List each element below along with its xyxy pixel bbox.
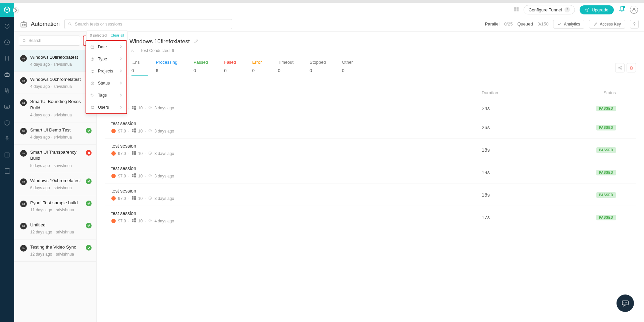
chat-button[interactable] [616, 294, 634, 312]
global-search-input[interactable]: Search tests or sessions [64, 19, 232, 29]
upgrade-label: Upgrade [592, 7, 608, 12]
status-icon [90, 81, 95, 86]
filter-clear-all[interactable]: Clear all [111, 33, 124, 37]
tags-icon [90, 93, 95, 98]
nav-item-10[interactable] [4, 168, 10, 174]
build-item[interactable]: Se Windows 10chromelatest 6 days ago·sri… [14, 173, 96, 195]
build-search-input[interactable]: Search [19, 36, 80, 46]
filter-item-label: Tags [98, 93, 107, 98]
nav-item-8[interactable] [4, 136, 10, 142]
apps-grid-icon[interactable] [514, 6, 519, 13]
upgrade-button[interactable]: Upgrade [580, 5, 614, 14]
edit-title-button[interactable] [194, 39, 199, 45]
expand-nav-button[interactable] [13, 7, 19, 13]
build-item[interactable]: Se Untitled 12 days ago·srivishnua [14, 217, 96, 239]
session-status-badge: PASSED [562, 169, 629, 175]
build-item[interactable]: Se Testing the Video Sync 12 days ago·sr… [14, 239, 96, 262]
nav-automation[interactable] [4, 71, 10, 78]
clock-icon [148, 106, 152, 110]
session-row[interactable]: test session 97.0· 10· 4 days ago 17s PA… [105, 206, 636, 228]
windows-icon [132, 196, 136, 201]
build-item[interactable]: Se PyunitTest sample build 11 days ago·s… [14, 195, 96, 217]
stat-stopped[interactable]: Stopped0 [310, 60, 326, 73]
filter-item-status[interactable]: Status [86, 77, 126, 89]
nav-dashboard[interactable] [4, 23, 10, 30]
nav-realtime[interactable] [4, 39, 10, 46]
svg-rect-51 [134, 153, 136, 155]
tunnel-help-icon[interactable]: ? [565, 7, 570, 12]
logo-icon [3, 6, 11, 13]
chevron-right-icon [13, 7, 18, 14]
build-item[interactable]: Se Windows 10chromelatest 4 days ago·sri… [14, 72, 96, 94]
filter-item-date[interactable]: Date [86, 41, 126, 53]
stat-ns[interactable]: ...ns0 [131, 60, 140, 73]
nav-item-5[interactable] [4, 87, 10, 94]
logo[interactable] [0, 3, 14, 17]
svg-rect-66 [134, 221, 136, 223]
stat-error[interactable]: Error0 [252, 60, 262, 73]
session-duration: 18s [482, 147, 562, 153]
stat-value: 0 [278, 68, 293, 73]
session-row[interactable]: test session 97.0· 10· 3 days ago 18s PA… [105, 138, 636, 161]
notifications-button[interactable] [619, 6, 625, 14]
session-duration: 17s [482, 214, 562, 220]
session-duration: 18s [482, 192, 562, 198]
filter-item-label: Status [98, 81, 110, 86]
analytics-label: Analytics [564, 22, 580, 26]
svg-rect-55 [132, 176, 133, 177]
build-item[interactable]: Se SmartUi Bounding Boxes Build 4 days a… [14, 94, 96, 122]
delete-button[interactable] [627, 63, 636, 72]
analytics-button[interactable]: Analytics [553, 20, 584, 29]
session-table-header: Duration Status [105, 86, 636, 100]
stat-failed[interactable]: Failed0 [224, 60, 236, 73]
stat-passed[interactable]: Passed0 [194, 60, 208, 73]
session-row[interactable]: 97.0· 10· 3 days ago 24s PASSED [105, 100, 636, 116]
svg-point-36 [621, 66, 622, 67]
session-name: test session [111, 211, 482, 216]
windows-icon [132, 218, 136, 223]
share-button[interactable] [615, 63, 625, 72]
build-item-title: PyunitTest sample build [30, 200, 83, 206]
filter-selected-count: 0 selected [90, 33, 107, 37]
nav-item-6[interactable] [4, 103, 10, 110]
svg-rect-61 [134, 198, 136, 200]
build-item-meta: 4 days ago·srivishnua [30, 113, 83, 117]
nav-item-7[interactable] [4, 119, 10, 126]
svg-text:Se: Se [22, 203, 25, 206]
stat-timeout[interactable]: Timeout0 [278, 60, 293, 73]
build-item-meta: 6 days ago·srivishnua [30, 185, 83, 190]
build-item[interactable]: Se Smart Ui Demo Test 4 days ago·srivish… [14, 122, 96, 145]
build-item[interactable]: Se Smart Ui Transparency Build 5 days ag… [14, 145, 96, 173]
svg-point-5 [633, 8, 635, 10]
stat-processing[interactable]: Processing6 [156, 60, 177, 73]
session-duration: 24s [482, 105, 562, 111]
stat-other[interactable]: Other0 [342, 60, 353, 73]
build-item-meta: 4 days ago·srivishnua [30, 62, 83, 67]
nav-item-9[interactable] [4, 152, 10, 158]
stat-label: ...ns [131, 60, 140, 65]
profile-button[interactable] [630, 6, 638, 14]
svg-rect-44 [134, 128, 136, 130]
session-row[interactable]: test session 97.0· 10· 3 days ago 18s PA… [105, 183, 636, 206]
key-icon [593, 22, 597, 26]
build-item[interactable]: Se Windows 10firefoxlatest 4 days ago·sr… [14, 50, 96, 72]
access-key-button[interactable]: Access Key [589, 20, 625, 29]
stat-label: Failed [224, 60, 236, 65]
svg-point-15 [6, 106, 8, 108]
session-row[interactable]: test session 97.0· 10· 3 days ago 26s PA… [105, 116, 636, 138]
selenium-icon: Se [20, 55, 27, 62]
nav-item-3[interactable] [4, 55, 10, 62]
selenium-icon: Se [20, 223, 27, 229]
session-row[interactable]: test session 97.0· 10· 3 days ago 18s PA… [105, 161, 636, 183]
analytics-icon [557, 22, 561, 26]
build-item-title: Untitled [30, 222, 83, 228]
build-item-title: Smart Ui Transparency Build [30, 149, 83, 161]
automation-icon [19, 20, 28, 29]
help-button[interactable]: ? [630, 20, 639, 29]
page-title: Automation [31, 21, 60, 28]
filter-item-users[interactable]: Users [86, 101, 126, 113]
filter-item-projects[interactable]: Projects [86, 65, 126, 77]
configure-tunnel-button[interactable]: Configure Tunnel ? [524, 5, 575, 14]
filter-item-tags[interactable]: Tags [86, 89, 126, 101]
filter-item-type[interactable]: Type [86, 53, 126, 65]
